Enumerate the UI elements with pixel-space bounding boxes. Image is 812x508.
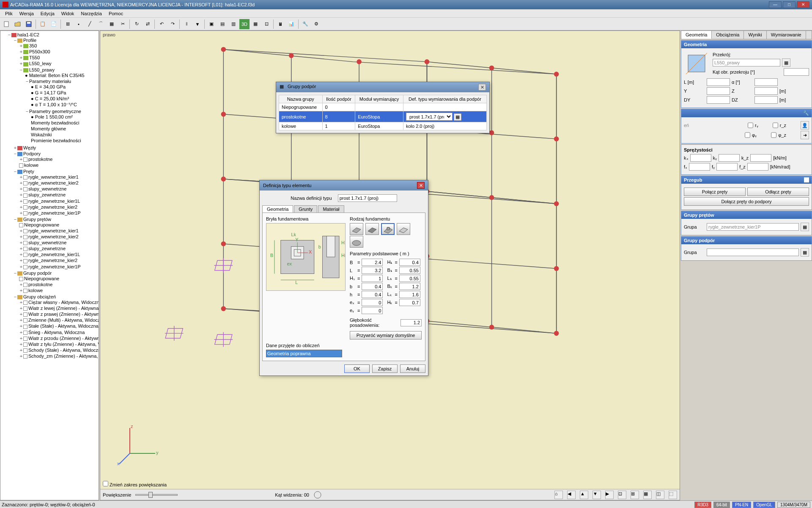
dlg1-r2-btn[interactable]: ▦ — [454, 113, 461, 121]
dlg2-tab-geom[interactable]: Geometria — [262, 205, 293, 213]
tree-o10[interactable]: Schody_zm (Zmienne) - Aktywna, Widoczna — [28, 353, 99, 359]
pey-i[interactable] — [362, 307, 383, 314]
tb-copy[interactable]: 📋 — [38, 19, 48, 29]
tree-kolo[interactable]: kolowe — [24, 163, 38, 168]
tree-mg[interactable]: Momenty główne — [31, 126, 66, 131]
tb-node[interactable]: • — [74, 19, 84, 29]
bb-2[interactable]: ⊞ — [631, 491, 639, 499]
tb-rotate[interactable]: ↻ — [132, 19, 142, 29]
tb-report[interactable]: 📊 — [286, 19, 296, 29]
tb-v4[interactable]: ▦ — [250, 19, 261, 29]
tree-p550x300[interactable]: P550x300 — [29, 49, 50, 54]
shape-1[interactable] — [350, 223, 363, 235]
tb-grid[interactable]: ⊞ — [63, 19, 73, 29]
tree-gp-rzk1l[interactable]: rygle_zewnetrzne_kier1L — [28, 252, 80, 257]
tb-undo[interactable]: ↶ — [156, 19, 167, 29]
tree-gp-sz[interactable]: slupy_zewnetrzne — [28, 246, 66, 251]
zoom-range-check[interactable] — [103, 481, 108, 486]
menu-edycja[interactable]: Edycja — [37, 10, 58, 17]
gpretow-btn[interactable]: ▦ — [801, 223, 809, 231]
dlg2-tab-material[interactable]: Materiał — [318, 205, 344, 213]
bb-home[interactable]: ⌂ — [554, 491, 563, 499]
shape-2[interactable] — [365, 223, 379, 235]
shape-3[interactable] — [381, 223, 395, 235]
tb-3d[interactable]: 3D — [239, 19, 250, 29]
tb-calc[interactable]: 🖩 — [275, 19, 285, 29]
tree-p350[interactable]: 350 — [29, 43, 37, 48]
tree-podpory[interactable]: Podpory — [23, 151, 41, 156]
tree-gp-rwk2[interactable]: rygle_wewnetrzne_kier2 — [28, 234, 79, 239]
tree-l550lewy[interactable]: L550_lewy — [29, 61, 52, 66]
tree-gp-rzk2[interactable]: rygle_zewnetrzne_kier2 — [28, 258, 77, 263]
tree-gpod[interactable]: Grupy podpór — [23, 271, 52, 276]
tree-rwk2[interactable]: rygle_wewnetrzne_kier2 — [28, 180, 79, 185]
tree-o3[interactable]: Wiatr z prawej (Zmienne) - Aktywna, Wido… — [28, 312, 99, 317]
send-btn[interactable]: ➜ — [801, 131, 809, 139]
panel-tool-icon[interactable]: 🔧 — [803, 110, 809, 116]
gpretow-select[interactable] — [707, 223, 799, 231]
tb-arc[interactable]: ⌒ — [96, 19, 106, 29]
tb-mirror[interactable]: ⇄ — [143, 19, 153, 29]
bb-up[interactable]: ▲ — [580, 491, 588, 499]
przekroj-btn[interactable]: ▦ — [782, 58, 790, 67]
pL1-i[interactable] — [399, 275, 420, 282]
dlg1-row3[interactable]: kolowe1EuroStopakolo 2.0 (proj) — [279, 122, 487, 130]
bb-down[interactable]: ▼ — [593, 491, 601, 499]
pHk-i[interactable] — [399, 299, 420, 306]
tb-line[interactable]: ╱ — [85, 19, 95, 29]
dlg2-nazwa-i[interactable] — [338, 194, 397, 202]
pB1-i[interactable] — [399, 267, 420, 274]
menu-widok[interactable]: Widok — [58, 10, 78, 17]
tab-geometria[interactable]: Geometria — [681, 31, 712, 39]
tree-mb[interactable]: Momenty bezwładności — [31, 120, 79, 125]
gleb-i[interactable] — [401, 319, 422, 326]
gpodpor-select[interactable] — [707, 248, 799, 256]
tree-prety[interactable]: Pręty — [23, 169, 34, 174]
tree-rzk2[interactable]: rygle_zewnetrzne_kier2 — [28, 204, 77, 210]
przekroj-select[interactable] — [713, 59, 780, 66]
fy-i[interactable] — [716, 163, 738, 171]
tree-gp-niep[interactable]: Niepogrupowane — [24, 222, 59, 227]
odlacz-btn[interactable]: Odłącz pręty — [747, 188, 809, 196]
kat-input[interactable] — [784, 68, 809, 76]
pH1-i[interactable] — [399, 259, 420, 266]
tree-wsk[interactable]: Wskaźniki — [31, 132, 52, 137]
tb-v5[interactable]: ⊡ — [261, 19, 272, 29]
bb-4[interactable]: ◫ — [656, 491, 664, 499]
pL-i[interactable] — [362, 267, 383, 274]
tree-pgeo[interactable]: Parametry geometryczne — [29, 109, 81, 114]
tb-cut[interactable]: ✂ — [118, 19, 128, 29]
menu-narzedzia[interactable]: Narzędzia — [77, 10, 105, 17]
tree-pmat[interactable]: Parametry materiału — [29, 79, 71, 84]
tree-l550prawy[interactable]: L550_prawy — [29, 67, 55, 72]
tree-o7[interactable]: Wiatr z przodu (Zmienne) - Aktywna, Wido… — [28, 336, 99, 341]
Z-input[interactable] — [754, 87, 778, 95]
tab-obciazenia[interactable]: Obciążenia — [712, 31, 744, 39]
tree-o2[interactable]: Wiatr z lewej (Zmienne) - Aktywna, Widoc… — [28, 306, 99, 311]
pBk-i[interactable] — [399, 283, 420, 290]
minimize-button[interactable]: — — [769, 1, 782, 8]
zapisz-btn[interactable]: Zapisz — [372, 364, 398, 373]
chk-ry[interactable] — [748, 121, 753, 129]
tree-sw[interactable]: slupy_wewnetrzne — [28, 186, 67, 191]
fz-i[interactable] — [747, 163, 768, 171]
dlg1-close[interactable]: ✕ — [478, 84, 486, 91]
tree-prost[interactable]: prostokotne — [28, 157, 52, 162]
Y-input[interactable] — [707, 87, 730, 95]
chk-rz[interactable] — [773, 121, 778, 129]
tree-rzk1l[interactable]: rygle_zewnetrzne_kier1L — [28, 199, 80, 204]
anuluj-btn[interactable]: Anuluj — [400, 364, 425, 373]
person-btn[interactable]: 👤 — [801, 121, 809, 130]
kx-i[interactable] — [690, 154, 711, 162]
tree-gpod-kolo[interactable]: kolowe — [28, 288, 43, 293]
gpodpor-btn[interactable]: ▦ — [801, 248, 809, 257]
tree-gp-rwk1[interactable]: rygle_wewnetrzne_kier1 — [28, 228, 79, 233]
przywroc-btn[interactable]: Przywróć wymiary domyślne — [350, 331, 422, 340]
dialog-definicja-typu[interactable]: Definicja typu elementu✕ Nazwa definicji… — [259, 180, 428, 376]
ok-btn[interactable]: OK — [344, 364, 370, 373]
menu-pomoc[interactable]: Pomoc — [105, 10, 126, 17]
dlg1-r2-sel[interactable]: prost 1.7x1.7 (proj) — [406, 113, 453, 121]
zoom-slider[interactable] — [135, 494, 178, 496]
tree-gpod-prost[interactable]: prostokotne — [28, 282, 52, 287]
tree-o6[interactable]: Śnieg - Aktywna, Widoczna — [28, 330, 85, 335]
